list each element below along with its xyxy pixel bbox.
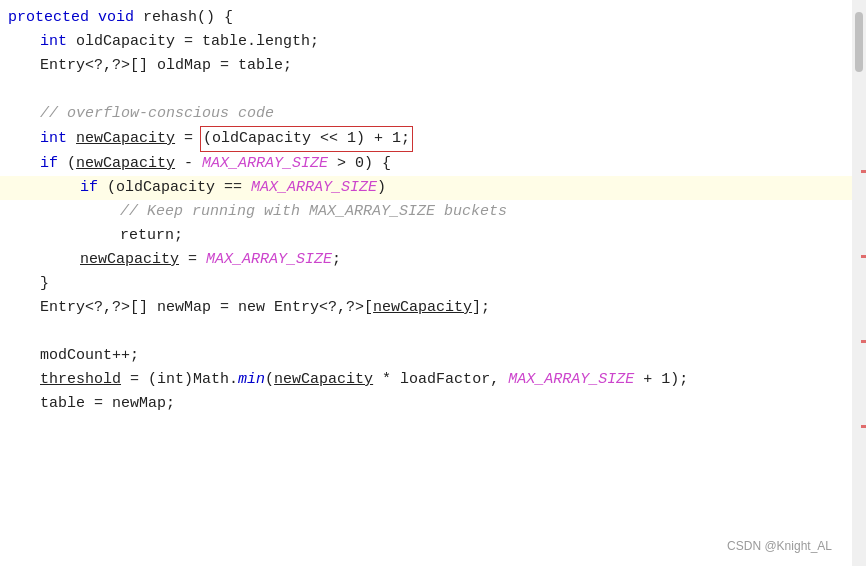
code-line: return; xyxy=(0,224,852,248)
keyword: if xyxy=(40,152,58,176)
constant: MAX_ARRAY_SIZE xyxy=(206,248,332,272)
scrollbar-markers xyxy=(852,0,866,566)
constant: MAX_ARRAY_SIZE xyxy=(202,152,328,176)
code-line: } xyxy=(0,272,852,296)
watermark: CSDN @Knight_AL xyxy=(727,537,832,556)
code-line xyxy=(0,78,852,102)
keyword: if xyxy=(80,176,98,200)
keyword: void xyxy=(98,6,134,30)
scrollbar-marker xyxy=(861,255,866,258)
code-line: threshold = (int)Math.min(newCapacity * … xyxy=(0,368,852,392)
code-line: if (oldCapacity == MAX_ARRAY_SIZE) xyxy=(0,176,852,200)
variable: newCapacity xyxy=(373,296,472,320)
variable: threshold xyxy=(40,368,121,392)
code-line: int oldCapacity = table.length; xyxy=(0,30,852,54)
code-line: Entry<?,?>[] oldMap = table; xyxy=(0,54,852,78)
variable: newCapacity xyxy=(80,248,179,272)
scrollbar-marker xyxy=(861,170,866,173)
scrollbar-marker xyxy=(861,340,866,343)
code-line: if (newCapacity - MAX_ARRAY_SIZE > 0) { xyxy=(0,152,852,176)
variable: newCapacity xyxy=(76,127,175,151)
scrollbar-marker xyxy=(861,425,866,428)
comment: // overflow-conscious code xyxy=(40,102,274,126)
code-editor: protected void rehash() { int oldCapacit… xyxy=(0,0,866,566)
code-line: int newCapacity = (oldCapacity << 1) + 1… xyxy=(0,126,852,152)
keyword: int xyxy=(40,127,67,151)
constant: MAX_ARRAY_SIZE xyxy=(251,176,377,200)
code-content: protected void rehash() { int oldCapacit… xyxy=(0,0,852,566)
code-line: modCount++; xyxy=(0,344,852,368)
constant: MAX_ARRAY_SIZE xyxy=(508,368,634,392)
code-line: Entry<?,?>[] newMap = new Entry<?,?>[new… xyxy=(0,296,852,320)
keyword: protected xyxy=(8,6,89,30)
code-line: table = newMap; xyxy=(0,392,852,416)
code-line: protected void rehash() { xyxy=(0,6,852,30)
code-line: newCapacity = MAX_ARRAY_SIZE; xyxy=(0,248,852,272)
variable: newCapacity xyxy=(76,152,175,176)
scrollbar[interactable] xyxy=(852,0,866,566)
keyword: int xyxy=(40,30,67,54)
comment: // Keep running with MAX_ARRAY_SIZE buck… xyxy=(120,200,507,224)
code-line: // overflow-conscious code xyxy=(0,102,852,126)
method-call: min xyxy=(238,368,265,392)
code-line xyxy=(0,320,852,344)
highlighted-expression: (oldCapacity << 1) + 1; xyxy=(200,126,413,152)
variable: newCapacity xyxy=(274,368,373,392)
code-line: // Keep running with MAX_ARRAY_SIZE buck… xyxy=(0,200,852,224)
